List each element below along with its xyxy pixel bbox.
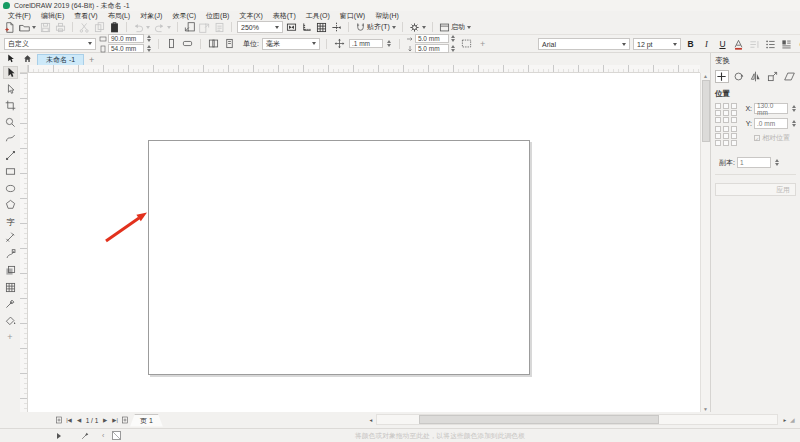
position-mode-button[interactable] <box>715 70 729 83</box>
welcome-home-icon[interactable] <box>20 52 35 65</box>
fill-color-swatch[interactable] <box>112 431 121 440</box>
parallel-dimension-tool[interactable] <box>3 231 18 244</box>
menu-item-file[interactable]: 文件(F) <box>3 11 36 21</box>
text-color-button[interactable] <box>732 38 745 51</box>
open-button[interactable] <box>18 21 37 34</box>
snap-caret-icon[interactable] <box>392 26 396 29</box>
copies-stepper[interactable] <box>773 159 780 166</box>
show-rulers-button[interactable] <box>300 21 313 34</box>
menu-item-layout[interactable]: 布局(L) <box>103 11 136 21</box>
duplicate-y-stepper[interactable] <box>450 45 457 52</box>
menu-item-object[interactable]: 对象(J) <box>135 11 167 21</box>
page-width-stepper[interactable] <box>145 35 152 42</box>
scroll-up-icon[interactable]: ▲ <box>703 73 708 79</box>
shape-tool[interactable] <box>3 83 18 96</box>
horizontal-scrollbar-thumb[interactable] <box>419 415 659 424</box>
paste-button[interactable] <box>108 21 121 34</box>
page-tab-1[interactable]: 页 1 <box>130 414 163 427</box>
text-tool[interactable]: 字 <box>3 215 18 228</box>
duplicate-y-field[interactable]: 5.0 mm <box>415 44 449 53</box>
last-page-button[interactable]: ▶| <box>110 414 120 426</box>
menu-item-table[interactable]: 表格(T) <box>268 11 301 21</box>
font-family-combo[interactable]: Arial <box>538 38 630 50</box>
page-size-preset-combo[interactable]: 自定义 <box>4 38 96 50</box>
all-pages-button[interactable] <box>207 37 220 50</box>
nudge-distance-field[interactable]: .1 mm <box>349 39 383 48</box>
drop-cap-button[interactable] <box>780 38 793 51</box>
underline-button[interactable]: U <box>716 38 729 51</box>
new-document-button[interactable] <box>3 21 16 34</box>
previous-page-button[interactable]: ◀ <box>74 414 84 426</box>
size-mode-button[interactable] <box>765 70 779 83</box>
drawing-canvas[interactable] <box>28 73 700 412</box>
relative-position-checkbox[interactable]: ✓ <box>754 135 760 141</box>
italic-button[interactable]: I <box>700 38 713 51</box>
bullet-list-button[interactable] <box>764 38 777 51</box>
menu-item-tools[interactable]: 工具(O) <box>301 11 335 21</box>
interactive-fill-tool[interactable] <box>3 314 18 327</box>
duplicate-x-field[interactable]: 5.0 mm <box>415 34 449 43</box>
ellipse-tool[interactable] <box>3 182 18 195</box>
menu-item-edit[interactable]: 编辑(E) <box>36 11 69 21</box>
new-document-tab-button[interactable]: + <box>86 54 97 65</box>
fullscreen-preview-button[interactable] <box>285 21 298 34</box>
resize-grip-icon[interactable]: ◢ <box>790 416 795 423</box>
freehand-tool[interactable] <box>3 132 18 145</box>
skew-mode-button[interactable] <box>782 70 796 83</box>
menu-item-view[interactable]: 查看(V) <box>69 11 102 21</box>
add-page-after-button[interactable] <box>120 414 130 426</box>
page-height-stepper[interactable] <box>145 45 152 52</box>
anchor-grid-bottom[interactable] <box>715 126 738 146</box>
customize-propbar-button[interactable]: + <box>480 39 485 49</box>
add-page-before-button[interactable] <box>54 414 64 426</box>
bold-button[interactable]: B <box>684 38 697 51</box>
anchor-grid-top[interactable] <box>715 103 738 123</box>
ruler-origin-box[interactable] <box>20 65 28 73</box>
vertical-ruler[interactable] <box>20 73 28 412</box>
portrait-button[interactable] <box>165 37 178 50</box>
menu-item-help[interactable]: 帮助(H) <box>370 11 404 21</box>
import-button[interactable] <box>183 21 196 34</box>
horizontal-scrollbar[interactable] <box>376 414 778 425</box>
options-caret-icon[interactable] <box>422 26 426 29</box>
status-expand-icon[interactable] <box>57 433 61 439</box>
y-stepper[interactable] <box>790 120 797 127</box>
treat-as-filled-button[interactable] <box>460 37 473 50</box>
landscape-button[interactable] <box>181 37 194 50</box>
copies-field[interactable]: 1 <box>737 157 771 168</box>
open-caret-icon[interactable] <box>32 26 36 29</box>
hscroll-right-icon[interactable]: ▸ <box>780 414 790 426</box>
x-stepper[interactable] <box>790 105 797 112</box>
launch-caret-icon[interactable] <box>467 26 471 29</box>
units-combo[interactable]: 毫米 <box>262 38 320 50</box>
y-value-field[interactable]: .0 mm <box>754 118 788 129</box>
next-page-button[interactable]: ▶ <box>100 414 110 426</box>
menu-item-window[interactable]: 窗口(W) <box>335 11 370 21</box>
zoom-tool[interactable] <box>3 116 18 129</box>
two-point-line-tool[interactable] <box>3 149 18 162</box>
menu-item-bitmaps[interactable]: 位图(B) <box>201 11 234 21</box>
options-gear-button[interactable] <box>408 21 427 34</box>
font-size-combo[interactable]: 12 pt <box>633 38 681 50</box>
more-tools-button[interactable]: + <box>3 330 18 343</box>
vertical-scrollbar-thumb[interactable] <box>702 80 710 142</box>
page-width-field[interactable]: 90.0 mm <box>108 34 144 43</box>
transparency-tool[interactable] <box>3 281 18 294</box>
rectangle-tool[interactable] <box>3 165 18 178</box>
zoom-level-combo[interactable]: 250% <box>237 21 283 33</box>
menu-item-text[interactable]: 文本(X) <box>234 11 267 21</box>
hscroll-left-icon[interactable]: ◂ <box>366 414 376 426</box>
rotate-mode-button[interactable] <box>732 70 746 83</box>
vertical-scrollbar[interactable]: ▲ ▼ <box>700 73 710 412</box>
polygon-tool[interactable] <box>3 198 18 211</box>
color-eyedropper-tool[interactable] <box>3 297 18 310</box>
show-grid-button[interactable] <box>315 21 328 34</box>
menu-item-effects[interactable]: 效果(C) <box>167 11 201 21</box>
x-value-field[interactable]: 130.0 mm <box>754 103 788 114</box>
duplicate-x-stepper[interactable] <box>450 35 457 42</box>
crop-tool[interactable] <box>3 99 18 112</box>
page-height-field[interactable]: 54.0 mm <box>108 44 144 53</box>
launch-button[interactable]: 启动 <box>438 21 472 34</box>
horizontal-ruler[interactable] <box>28 65 700 73</box>
pen-tool[interactable] <box>3 248 18 261</box>
